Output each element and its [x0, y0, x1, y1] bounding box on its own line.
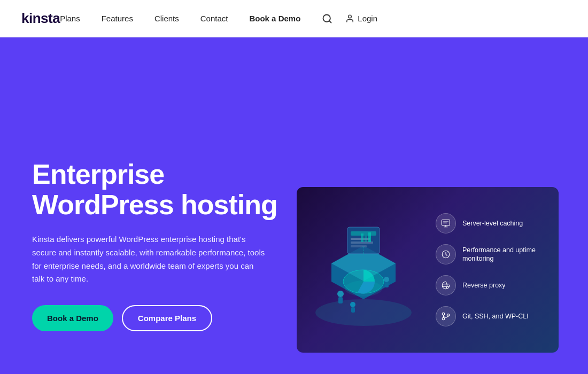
search-icon	[322, 13, 332, 24]
svg-point-21	[350, 302, 355, 307]
hero-content: Enterprise WordPress hosting Kinsta deli…	[32, 159, 277, 342]
svg-line-1	[329, 20, 331, 22]
svg-point-17	[337, 291, 344, 297]
svg-rect-22	[351, 307, 355, 313]
svg-rect-13	[361, 233, 363, 242]
nav-links: Plans Features Clients Contact Book a De…	[60, 14, 300, 24]
nav-link-book-demo[interactable]: Book a Demo	[249, 14, 300, 23]
hero-buttons: Book a Demo Compare Plans	[32, 305, 277, 331]
nav-item-clients[interactable]: Clients	[154, 14, 179, 24]
nav-item-features[interactable]: Features	[102, 14, 133, 24]
login-link[interactable]: Login	[345, 14, 377, 23]
nav-item-book-demo[interactable]: Book a Demo	[249, 14, 300, 24]
illustration-visual	[297, 187, 430, 353]
user-icon	[345, 14, 354, 23]
feature-item-proxy: Reverse proxy	[436, 275, 548, 295]
login-label: Login	[358, 14, 377, 23]
nav-right: Login	[322, 13, 377, 24]
isometric-scene	[302, 195, 425, 345]
git-icon	[441, 311, 451, 321]
nav-link-features[interactable]: Features	[102, 14, 133, 23]
caching-icon	[441, 219, 451, 228]
feature-label-proxy: Reverse proxy	[462, 281, 506, 290]
search-button[interactable]	[322, 13, 332, 24]
monitoring-icon	[441, 250, 451, 259]
hero-heading: Enterprise WordPress hosting	[32, 159, 277, 220]
brand-logo[interactable]: kinsta	[21, 10, 60, 27]
feature-label-monitoring: Performance and uptimemonitoring	[462, 246, 536, 263]
svg-point-19	[384, 277, 389, 282]
hero-section: Enterprise WordPress hosting Kinsta deli…	[0, 37, 588, 374]
nav-link-clients[interactable]: Clients	[154, 14, 179, 23]
feature-item-git: Git, SSH, and WP-CLI	[436, 306, 548, 326]
svg-point-26	[442, 313, 445, 315]
svg-rect-15	[368, 232, 371, 242]
features-list: Server-level caching Performance and upt…	[430, 187, 559, 353]
svg-rect-20	[385, 282, 389, 287]
svg-rect-18	[338, 297, 343, 303]
nav-link-plans[interactable]: Plans	[60, 14, 80, 23]
feature-icon-caching	[436, 213, 456, 233]
nav-item-contact[interactable]: Contact	[200, 14, 228, 24]
proxy-icon	[441, 280, 451, 290]
svg-point-3	[315, 299, 412, 326]
svg-point-27	[442, 317, 445, 320]
nav-link-contact[interactable]: Contact	[200, 14, 228, 23]
feature-item-monitoring: Performance and uptimemonitoring	[436, 244, 548, 264]
feature-icon-monitoring	[436, 244, 456, 264]
hero-cta-plans[interactable]: Compare Plans	[122, 305, 212, 331]
feature-icon-proxy	[436, 275, 456, 295]
svg-rect-14	[365, 236, 367, 242]
feature-icon-git	[436, 306, 456, 326]
navbar: kinsta Plans Features Clients Contact Bo…	[0, 0, 588, 37]
hero-cta-demo[interactable]: Book a Demo	[32, 305, 113, 331]
hero-description: Kinsta delivers powerful WordPress enter…	[32, 233, 267, 286]
svg-point-23	[345, 280, 382, 297]
hero-illustration-card: Server-level caching Performance and upt…	[297, 187, 559, 353]
feature-label-git: Git, SSH, and WP-CLI	[462, 312, 529, 321]
feature-item-caching: Server-level caching	[436, 213, 548, 233]
svg-rect-12	[351, 245, 367, 247]
svg-point-2	[349, 15, 352, 18]
feature-label-caching: Server-level caching	[462, 219, 523, 228]
nav-item-plans[interactable]: Plans	[60, 14, 80, 24]
svg-rect-24	[442, 220, 450, 225]
